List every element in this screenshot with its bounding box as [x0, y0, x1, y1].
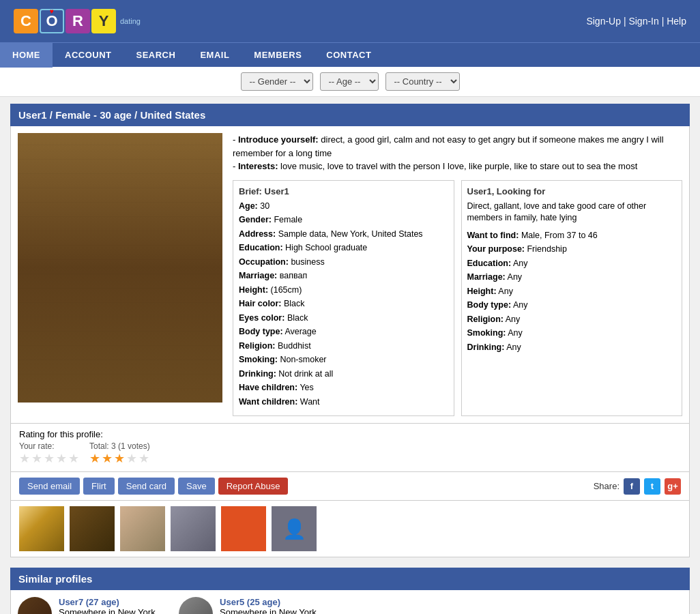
brief-row-marriage: Marriage: вапвап [239, 270, 448, 282]
age-filter[interactable]: -- Age -- [320, 72, 379, 91]
interests-label: Interests: [238, 161, 278, 171]
signup-link[interactable]: Sign-Up [586, 16, 621, 27]
brief-row-education: Education: High School graduate [239, 242, 448, 254]
total-rate-stars: ★ ★ ★ ★ ★ [89, 451, 150, 466]
brief-tables: Brief: User1 Age: 30 Gender: Female Addr… [233, 180, 682, 417]
brief-row-religion: Religion: Buddhist [239, 340, 448, 353]
filter-bar: -- Gender -- Male Female -- Age -- -- Co… [0, 67, 700, 97]
total-star-4: ★ [126, 451, 137, 466]
facebook-share-icon[interactable]: f [624, 478, 640, 495]
looking-marriage: Marriage: Any [467, 272, 677, 284]
star-5[interactable]: ★ [68, 451, 79, 466]
brief-row-smoking: Smoking: Non-smoker [239, 354, 448, 366]
brief-row-hair: Hair color: Black [239, 298, 448, 310]
similar-name-1[interactable]: User7 (27 age) [59, 597, 119, 607]
profile-photo-main [18, 133, 222, 403]
interests-text: love music, love to travel with the pers… [280, 161, 637, 171]
action-row: Send email Flirt Send card Save Report A… [10, 472, 690, 501]
total-star-3: ★ [114, 451, 125, 466]
share-area: Share: f t g+ [594, 478, 681, 495]
intro-label: Introduce yourself: [238, 134, 319, 145]
thumbnail-1[interactable] [19, 506, 64, 551]
looking-drinking: Drinking: Any [467, 342, 677, 354]
main-content: User1 / Female - 30 age / United States … [0, 97, 700, 614]
total-star-2: ★ [102, 451, 113, 466]
logo-tile-y: Y [91, 9, 116, 33]
top-header: C ♥ O R Y dating Sign-Up | Sign-In | Hel… [0, 0, 700, 42]
logo-tile-o: ♥ O [40, 9, 64, 33]
nav-account[interactable]: ACCOUNT [53, 43, 124, 68]
send-email-button[interactable]: Send email [19, 478, 80, 495]
profile-body: - Introduce yourself: direct, a good gir… [10, 126, 690, 424]
share-label: Share: [594, 481, 619, 491]
nav-contact[interactable]: CONTACT [314, 43, 383, 68]
total-votes-label: Total: 3 (1 votes) [89, 441, 150, 451]
star-4[interactable]: ★ [56, 451, 67, 466]
top-nav-right: Sign-Up | Sign-In | Help [586, 16, 686, 27]
send-card-button[interactable]: Send card [118, 478, 175, 495]
looking-education: Education: Any [467, 258, 677, 270]
country-filter[interactable]: -- Country -- [385, 72, 460, 91]
brief-row-want-children: Want children: Want [239, 396, 448, 409]
logo-tile-r: R [65, 9, 90, 33]
brief-row-height: Height: (165cm) [239, 284, 448, 297]
gender-filter[interactable]: -- Gender -- Male Female [241, 72, 313, 91]
brief-row-address: Address: Sample data, New York, United S… [239, 229, 448, 241]
rating-area: Rating for this profile: Your rate: ★ ★ … [10, 424, 690, 472]
profile-headline: User1 / Female - 30 age / United States [18, 109, 205, 121]
brief-row-eyes: Eyes color: Black [239, 312, 448, 325]
signin-link[interactable]: Sign-In [628, 16, 658, 27]
help-link[interactable]: Help [667, 16, 686, 27]
profile-photo [18, 133, 222, 403]
similar-title: Similar profiles [18, 573, 92, 585]
thumbnail-3[interactable] [120, 506, 165, 551]
brief-row-children: Have children: Yes [239, 382, 448, 394]
thumbnail-5[interactable] [221, 506, 266, 551]
star-1[interactable]: ★ [19, 451, 30, 466]
save-button[interactable]: Save [178, 478, 215, 495]
logo-tile-c: C [14, 9, 38, 33]
nav-bar: HOME ACCOUNT SEARCH EMAIL MEMBERS CONTAC… [0, 42, 700, 67]
looking-description: Direct, gallant, love and take good care… [467, 201, 677, 224]
looking-purpose: Your purpose: Friendship [467, 244, 677, 256]
report-abuse-button[interactable]: Report Abuse [218, 478, 289, 495]
looking-smoking: Smoking: Any [467, 327, 677, 340]
nav-email[interactable]: EMAIL [188, 43, 242, 68]
similar-info-1: User7 (27 age) Somewhere in New York ... [59, 597, 165, 614]
nav-members[interactable]: MEMBERS [242, 43, 314, 68]
logo-area: C ♥ O R Y dating [14, 9, 141, 33]
thumbnail-6[interactable]: 👤 [272, 506, 317, 551]
thumbnail-2[interactable] [70, 506, 115, 551]
similar-name-2[interactable]: User5 (25 age) [220, 597, 280, 607]
similar-detail-1: Somewhere in New York ... [59, 607, 165, 614]
googleplus-share-icon[interactable]: g+ [665, 478, 681, 495]
similar-item-1: User7 (27 age) Somewhere in New York ... [18, 597, 165, 614]
looking-title: User1, Looking for [467, 186, 677, 196]
looking-religion: Religion: Any [467, 314, 677, 326]
similar-avatar-1 [18, 597, 52, 614]
looking-box: User1, Looking for Direct, gallant, love… [461, 180, 683, 417]
brief-row-occupation: Occupation: business [239, 257, 448, 269]
star-2[interactable]: ★ [31, 451, 42, 466]
brief-row-age: Age: 30 [239, 201, 448, 213]
brief-title: Brief: User1 [239, 186, 448, 196]
similar-info-2: User5 (25 age) Somewhere in New York ... [220, 597, 326, 614]
total-star-1: ★ [89, 451, 100, 466]
thumbnail-4[interactable] [171, 506, 216, 551]
nav-search[interactable]: SEARCH [124, 43, 188, 68]
flirt-button[interactable]: Flirt [83, 478, 115, 495]
rating-left: Rating for this profile: Your rate: ★ ★ … [19, 429, 150, 466]
looking-want-find: Want to find: Male, From 37 to 46 [467, 230, 677, 242]
nav-home[interactable]: HOME [0, 43, 53, 68]
logo-wrapper: C ♥ O R Y dating [14, 9, 141, 33]
profile-header: User1 / Female - 30 age / United States [10, 104, 690, 126]
logo-tagline: dating [120, 17, 141, 25]
rating-label: Rating for this profile: [19, 429, 150, 439]
brief-box: Brief: User1 Age: 30 Gender: Female Addr… [233, 180, 454, 417]
similar-detail-2: Somewhere in New York ... [220, 607, 326, 614]
similar-body: User7 (27 age) Somewhere in New York ...… [10, 590, 690, 614]
star-3[interactable]: ★ [44, 451, 55, 466]
looking-height: Height: Any [467, 286, 677, 298]
brief-row-body: Body type: Average [239, 326, 448, 338]
twitter-share-icon[interactable]: t [644, 478, 660, 495]
